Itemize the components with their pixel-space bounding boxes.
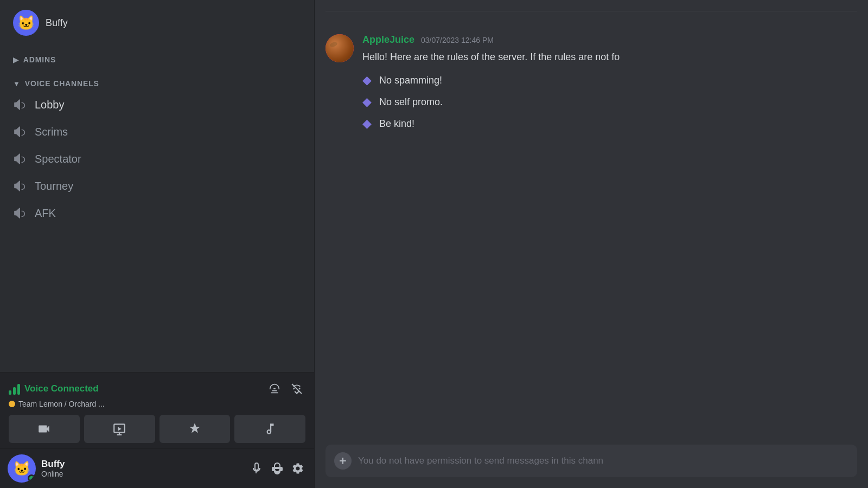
sidebar-channel-list: 🐱 Buffy ▶ ADMINS ▼ VOICE CHANNELS Lobby <box>0 0 314 372</box>
voice-bar-1 <box>9 390 11 395</box>
rule-text-2: No self promo. <box>379 97 443 108</box>
voice-actions-right <box>266 380 305 397</box>
admins-section-header[interactable]: ▶ ADMINS <box>0 44 314 68</box>
message-text: Hello! Here are the rules of the server.… <box>362 50 857 65</box>
message-content: AppleJuice 03/07/2023 12:46 PM Hello! He… <box>362 34 857 138</box>
channel-item-scrims[interactable]: Scrims <box>4 119 310 144</box>
voice-channels-label: VOICE CHANNELS <box>25 79 99 88</box>
channel-name-afk: AFK <box>35 207 56 220</box>
diamond-icon-1: ◆ <box>362 73 372 87</box>
voice-channels-chevron-icon: ▼ <box>13 80 21 88</box>
speaker-icon-spectator <box>13 152 27 166</box>
voice-activity-button[interactable] <box>266 381 283 397</box>
settings-button[interactable] <box>289 460 307 477</box>
speaker-icon-tourney <box>13 179 27 193</box>
avatar: 🐱 <box>8 454 36 483</box>
screen-share-button[interactable] <box>84 415 155 443</box>
voice-connected-text: Voice Connected <box>24 383 99 394</box>
voice-controls-row <box>9 415 305 443</box>
main-chat: AppleJuice 03/07/2023 12:46 PM Hello! He… <box>315 0 868 488</box>
rule-2: ◆ No self promo. <box>362 95 857 109</box>
applejuice-avatar <box>326 34 354 62</box>
top-user-name: Buffy <box>46 17 68 29</box>
deafen-button[interactable] <box>269 460 286 477</box>
top-user-avatar: 🐱 <box>13 10 39 36</box>
message-avatar <box>326 34 354 62</box>
status-indicator <box>28 474 35 482</box>
diamond-icon-2: ◆ <box>362 95 372 109</box>
speaker-icon-lobby <box>13 98 27 112</box>
rule-text-1: No spamming! <box>379 75 442 86</box>
voice-disconnect-button[interactable] <box>288 380 305 397</box>
user-status: Online <box>41 470 248 478</box>
speaker-icon-scrims <box>13 125 27 139</box>
channel-item-lobby[interactable]: Lobby <box>4 92 310 117</box>
voice-channel-list: Lobby Scrims Spectator <box>0 92 314 226</box>
mute-button[interactable] <box>248 460 265 477</box>
rule-1: ◆ No spamming! <box>362 73 857 87</box>
sidebar: 🐱 Buffy ▶ ADMINS ▼ VOICE CHANNELS Lobby <box>0 0 315 488</box>
voice-connected-panel: Voice Connected Team Lem <box>0 372 314 448</box>
channel-name-scrims: Scrims <box>35 126 68 138</box>
chat-divider <box>326 11 857 11</box>
user-panel-info: Buffy Online <box>41 459 248 478</box>
voice-channel-name: Team Lemon / Orchard ... <box>18 400 105 408</box>
chat-input-placeholder: You do not have permission to send messa… <box>358 455 848 466</box>
channel-name-lobby: Lobby <box>35 99 65 111</box>
diamond-icon-3: ◆ <box>362 117 372 131</box>
music-button[interactable] <box>234 415 305 443</box>
username: Buffy <box>41 459 248 470</box>
top-user-row: 🐱 Buffy <box>0 5 314 44</box>
chat-input-box: You do not have permission to send messa… <box>326 445 857 477</box>
speaker-icon-afk <box>13 206 27 220</box>
voice-connected-title: Voice Connected <box>9 383 99 395</box>
channel-item-tourney[interactable]: Tourney <box>4 174 310 198</box>
admins-chevron-icon: ▶ <box>13 56 19 64</box>
admins-label: ADMINS <box>23 55 56 64</box>
rule-3: ◆ Be kind! <box>362 117 857 131</box>
user-panel: 🐱 Buffy Online <box>0 448 314 488</box>
voice-channel-dot <box>9 401 15 407</box>
voice-bar-2 <box>13 387 16 395</box>
voice-bar-3 <box>17 384 20 395</box>
voice-channels-section-header[interactable]: ▼ VOICE CHANNELS <box>0 68 314 92</box>
message-group: AppleJuice 03/07/2023 12:46 PM Hello! He… <box>315 28 868 145</box>
chat-input-area: You do not have permission to send messa… <box>315 445 868 488</box>
channel-item-spectator[interactable]: Spectator <box>4 146 310 171</box>
voice-channel-subtitle: Team Lemon / Orchard ... <box>9 400 305 408</box>
chat-messages: AppleJuice 03/07/2023 12:46 PM Hello! He… <box>315 0 868 445</box>
voice-connected-header: Voice Connected <box>9 380 305 397</box>
channel-name-tourney: Tourney <box>35 180 73 192</box>
channel-item-afk[interactable]: AFK <box>4 201 310 226</box>
activity-button[interactable] <box>159 415 231 443</box>
message-header: AppleJuice 03/07/2023 12:46 PM <box>362 34 857 46</box>
message-timestamp: 03/07/2023 12:46 PM <box>421 36 494 44</box>
channel-name-spectator: Spectator <box>35 153 81 165</box>
camera-button[interactable] <box>9 415 80 443</box>
rule-text-3: Be kind! <box>379 118 414 130</box>
voice-bars-icon <box>9 383 20 395</box>
message-author: AppleJuice <box>362 34 414 46</box>
user-panel-actions <box>248 460 307 477</box>
add-message-icon[interactable] <box>334 452 352 470</box>
